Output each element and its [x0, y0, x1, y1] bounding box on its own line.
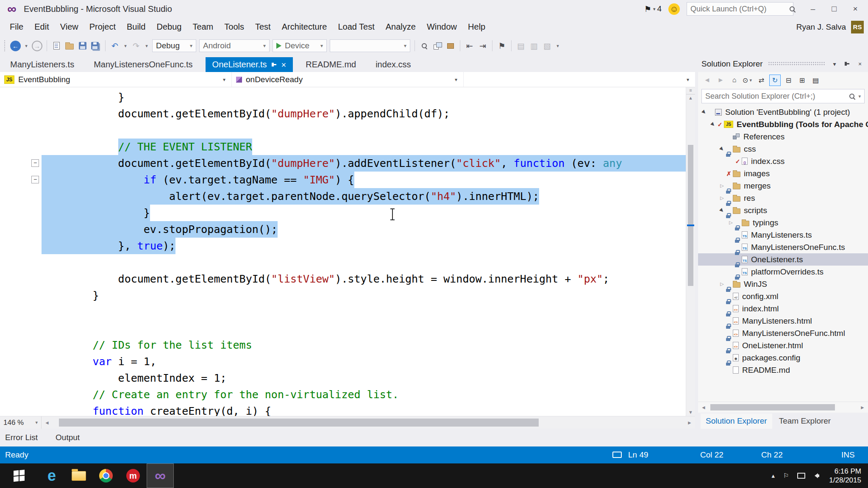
- collapse-all-icon[interactable]: ⊟: [783, 75, 794, 86]
- tree-scroll-track[interactable]: [709, 402, 857, 413]
- scroll-down-icon[interactable]: ▼: [688, 409, 693, 416]
- quick-launch-box[interactable]: [687, 2, 793, 16]
- solution-search-input[interactable]: [705, 92, 846, 101]
- fold-collapse-icon[interactable]: −: [31, 159, 39, 167]
- tree-item-manylisteners-ts[interactable]: ManyListeners.ts: [698, 229, 868, 241]
- back-icon[interactable]: ◄: [701, 75, 713, 86]
- code-line-2[interactable]: document.getElementById("dumpHere").appe…: [0, 105, 686, 122]
- undo-icon[interactable]: ↶: [110, 40, 120, 51]
- tree-item-packages-config[interactable]: packages.config: [698, 352, 868, 364]
- redo-icon[interactable]: ↷: [131, 40, 141, 51]
- splitter-handle[interactable]: ≡: [686, 87, 695, 94]
- tree-item-references[interactable]: References: [698, 130, 868, 143]
- navigate-back-dropdown-icon[interactable]: ▾: [24, 43, 29, 49]
- tree-item-index-css[interactable]: ✓index.css: [698, 155, 868, 167]
- save-icon[interactable]: [78, 40, 88, 51]
- indent-decrease-icon[interactable]: ⇤: [465, 40, 475, 51]
- status-character[interactable]: Ch 22: [761, 446, 783, 463]
- code-line-18[interactable]: elementIndex = 1;: [0, 370, 686, 386]
- switch-views-icon[interactable]: ⊙▾: [742, 75, 754, 86]
- menu-view[interactable]: View: [55, 18, 84, 36]
- menu-architecture[interactable]: Architecture: [276, 18, 333, 36]
- taskbar-file-explorer[interactable]: [65, 463, 92, 488]
- navigate-back-icon[interactable]: ←: [10, 41, 21, 51]
- tree-scroll-thumb[interactable]: [710, 404, 835, 410]
- menu-load-test[interactable]: Load Test: [332, 18, 380, 36]
- start-debugging-icon[interactable]: [276, 43, 281, 49]
- tree-item-manylistenersonefunc-ts[interactable]: ManyListenersOneFunc.ts: [698, 241, 868, 253]
- bookmark-icon[interactable]: ⚑: [497, 40, 507, 51]
- configuration-combo[interactable]: Debug ▾: [152, 39, 196, 52]
- horizontal-scroll-thumb[interactable]: [59, 419, 539, 427]
- find-in-files-icon[interactable]: [419, 40, 429, 51]
- tree-item-config-xml[interactable]: config.xml: [698, 290, 868, 302]
- tree-item-winjs[interactable]: ▷WinJS: [698, 278, 868, 290]
- code-line-15[interactable]: [0, 320, 686, 337]
- solution-explorer-header[interactable]: Solution Explorer ▾ ×: [698, 55, 868, 72]
- user-name[interactable]: Ryan J. Salva: [796, 22, 846, 32]
- tree-item-scripts[interactable]: ▶scripts: [698, 204, 868, 216]
- bottom-tab-error-list[interactable]: Error List: [5, 433, 38, 442]
- editor-tab-manylisteners-ts[interactable]: ManyListeners.ts: [3, 57, 81, 72]
- code-line-4[interactable]: // THE EVENT LISTENER: [0, 139, 686, 155]
- tree-item-platformoverrides-ts[interactable]: platformOverrides.ts: [698, 266, 868, 278]
- refresh-icon[interactable]: ↻: [769, 75, 781, 86]
- horizontal-scroll-track[interactable]: [53, 416, 684, 429]
- feedback-smiley-icon[interactable]: ☺: [668, 3, 680, 15]
- zoom-combo[interactable]: 146 % ▾: [0, 416, 42, 429]
- taskbar-visual-studio[interactable]: ∞: [147, 463, 174, 488]
- menu-help[interactable]: Help: [462, 18, 491, 36]
- tree-item-typings[interactable]: ▷typings: [698, 216, 868, 229]
- editor-tab-readme-md[interactable]: README.md: [299, 57, 363, 72]
- window-position-icon[interactable]: ▾: [830, 59, 839, 69]
- properties-icon[interactable]: ▤: [810, 75, 821, 86]
- project-dropdown[interactable]: ▾: [464, 72, 695, 87]
- tree-horizontal-scrollbar[interactable]: ◄ ►: [698, 402, 868, 413]
- code-line-5[interactable]: document.getElementById("dumpHere").addE…: [0, 155, 686, 172]
- code-line-20[interactable]: function createEntry(d, i) {: [0, 403, 686, 416]
- menu-project[interactable]: Project: [84, 18, 121, 36]
- menu-edit[interactable]: Edit: [29, 18, 54, 36]
- menu-team[interactable]: Team: [187, 18, 219, 36]
- code-line-16[interactable]: // IDs for the list items: [0, 337, 686, 353]
- scroll-left-icon[interactable]: ◄: [42, 420, 53, 426]
- expand-arrow-icon[interactable]: ▷: [718, 195, 726, 201]
- code-line-11[interactable]: [0, 254, 686, 271]
- extra-combo[interactable]: ▾: [330, 39, 410, 52]
- collapse-arrow-icon[interactable]: ▶: [709, 120, 718, 129]
- menu-test[interactable]: Test: [250, 18, 276, 36]
- display-markers-icon[interactable]: ▧: [542, 40, 552, 51]
- indent-increase-icon[interactable]: ⇥: [478, 40, 488, 51]
- tree-item-res[interactable]: ▷res: [698, 192, 868, 204]
- volume-icon[interactable]: [814, 473, 821, 479]
- menu-analyze[interactable]: Analyze: [380, 18, 421, 36]
- scroll-up-icon[interactable]: ▲: [688, 94, 693, 102]
- show-all-files-icon[interactable]: ⊞: [796, 75, 808, 86]
- vertical-scroll-track[interactable]: [686, 102, 695, 409]
- tree-item-solution-eventbubbling-1-project[interactable]: ▶Solution 'EventBubbling' (1 project): [698, 106, 868, 118]
- panel-tab-solution-explorer[interactable]: Solution Explorer: [701, 413, 772, 429]
- home-icon[interactable]: ⌂: [729, 75, 740, 86]
- scroll-left-icon[interactable]: ◄: [698, 405, 709, 410]
- code-line-7[interactable]: alert(ev.target.parentNode.querySelector…: [0, 188, 686, 205]
- vertical-scrollbar[interactable]: ≡ ▲ ▼: [686, 87, 695, 416]
- code-line-17[interactable]: var i = 1,: [0, 353, 686, 370]
- scroll-right-icon[interactable]: ►: [857, 405, 868, 410]
- tree-item-onelistener-ts[interactable]: OneListener.ts: [698, 253, 868, 266]
- collapse-arrow-icon[interactable]: ▶: [718, 206, 726, 215]
- taskbar-recorder[interactable]: m: [120, 463, 147, 488]
- uncomment-icon[interactable]: ▥: [529, 40, 539, 51]
- pin-tab-icon[interactable]: [271, 62, 277, 68]
- new-file-icon[interactable]: [51, 40, 61, 51]
- title-bar[interactable]: ∞ EventBubbling - Microsoft Visual Studi…: [0, 0, 868, 18]
- tree-item-eventbubbling-tools-for-apache-c[interactable]: ▶✓JSEventBubbling (Tools for Apache C: [698, 118, 868, 130]
- expand-arrow-icon[interactable]: ▷: [718, 281, 726, 287]
- status-line[interactable]: Ln 49: [628, 446, 648, 463]
- type-dropdown[interactable]: JS EventBubbling ▾: [0, 72, 232, 87]
- tree-item-manylistenersonefunc-html[interactable]: ManyListenersOneFunc.html: [698, 327, 868, 339]
- fold-collapse-icon[interactable]: −: [31, 176, 39, 183]
- forward-icon[interactable]: ►: [715, 75, 726, 86]
- toolbar-grip[interactable]: [4, 40, 6, 51]
- collapse-arrow-icon[interactable]: ▶: [718, 144, 726, 153]
- editor-tab-manylistenersonefunc-ts[interactable]: ManyListenersOneFunc.ts: [87, 57, 199, 72]
